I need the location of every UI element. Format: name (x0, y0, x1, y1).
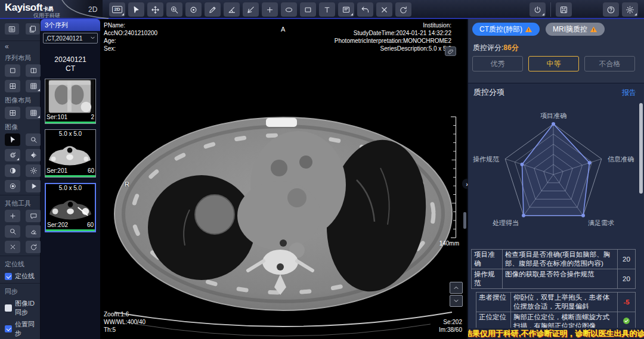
image-layout-2x2[interactable] (5, 107, 20, 119)
qc-tab-MRI脑质控[interactable]: MRI脑质控 (546, 23, 605, 36)
tool-delete[interactable] (376, 2, 392, 17)
warning-icon (590, 26, 597, 33)
image-rotate[interactable] (5, 149, 20, 161)
left-sidebar: « 序列布局图像布局图像其他工具 定位线定位线 同步图像ID同步位置同步手动同步… (0, 19, 41, 339)
image-invert[interactable] (5, 180, 20, 192)
thumbnail-progress-bar (46, 229, 95, 231)
qc-tab-CT质控(肺部)[interactable]: CT质控(肺部) (472, 23, 540, 36)
checkbox-row-图像ID同步: 图像ID同步 (5, 299, 40, 317)
series-layout-1x1[interactable] (5, 64, 20, 77)
grade-button-中等[interactable]: 中等 (528, 56, 579, 71)
link-series-button[interactable] (445, 46, 456, 56)
tool-save[interactable] (556, 2, 572, 17)
other-delete[interactable] (5, 241, 20, 253)
tool-angle[interactable] (224, 2, 240, 17)
report-panel-button[interactable] (26, 23, 40, 35)
sidebar-tool-grid (5, 107, 40, 119)
study-group-date: 20240121 (41, 55, 100, 64)
tool-help[interactable] (603, 2, 619, 17)
image-brightness[interactable] (26, 164, 41, 177)
series-thumbnail-Ser-101[interactable]: Ser:1012 (45, 79, 96, 124)
qc-radar-chart: 项目准确信息准确满足需求处理得当操作规范 (468, 106, 644, 244)
scroll-up-button[interactable] (450, 282, 463, 294)
tool-power[interactable] (530, 2, 546, 17)
tool-reset[interactable] (395, 2, 411, 17)
tool-measure-length[interactable] (205, 2, 221, 17)
qc-subtable: 患者摆位仰卧位，双臂上举抱头，患者体位摆放合适，无明显偏斜-5正位定位胸部正位定… (476, 292, 636, 328)
tool-ellipse-roi[interactable] (281, 2, 297, 17)
checkbox-位置同步[interactable] (5, 325, 12, 332)
tool-text-annotation[interactable] (319, 2, 335, 17)
ruler-scale-label: 140mm (439, 240, 459, 247)
other-reset[interactable] (26, 241, 41, 253)
series-thumbnail-Ser-201[interactable]: 5.0 x 5.0Ser:20160 (45, 129, 96, 178)
image-magnify[interactable] (26, 133, 41, 146)
other-comment[interactable] (26, 210, 41, 222)
checkbox-图像ID同步[interactable] (5, 304, 12, 312)
divider (0, 41, 40, 41)
image-scrollbar[interactable] (463, 212, 466, 229)
series-layout-2x2[interactable] (5, 80, 20, 92)
image-cursor[interactable] (5, 133, 20, 146)
tool-target[interactable] (185, 2, 202, 17)
qc-grade-buttons: 优秀中等不合格 (472, 56, 635, 71)
sidebar-section-label: 序列布局 (5, 54, 40, 63)
series-thumbnail-Ser-202[interactable]: 5.0 x 5.0Ser:20260 (45, 183, 96, 232)
tool-cursor[interactable] (128, 2, 144, 17)
tool-pan[interactable] (147, 2, 163, 17)
scroll-down-button[interactable] (450, 295, 463, 307)
tool-2d-label: 2D (112, 6, 122, 13)
locator-line-group: 定位线定位线 (0, 260, 40, 281)
qc-score-value: 86分 (503, 43, 518, 52)
tool-crosshair[interactable] (262, 2, 278, 17)
image-cine-play[interactable] (26, 180, 41, 192)
other-browse[interactable] (5, 225, 20, 238)
checkbox-label: 定位线 (15, 272, 35, 281)
other-crosshair[interactable] (5, 210, 20, 222)
image-contrast[interactable] (5, 164, 20, 177)
study-dropdown[interactable]: ,CT,20240121 (43, 33, 98, 43)
grade-button-不合格[interactable]: 不合格 (584, 56, 635, 71)
table-row: 患者摆位仰卧位，双臂上举抱头，患者体位摆放合适，无明显偏斜-5 (476, 293, 636, 312)
series-layout-1x2[interactable] (26, 64, 41, 77)
overlay-line: Se:202 (439, 318, 462, 326)
other-eraser[interactable] (26, 225, 41, 238)
table-row: 正位定位胸部正位定位，横断面螺旋方式扫描，有胸部正位定位图像 (476, 312, 636, 328)
image-flip[interactable] (26, 149, 41, 161)
overlay-line: Zoom:1.6 (104, 310, 145, 318)
sync-options-group: 同步图像ID同步位置同步手动同步缩放/平移窗宽窗位 (0, 287, 40, 339)
qc-tab-label: CT质控(肺部) (479, 24, 522, 35)
report-link[interactable]: 报告 (622, 88, 636, 98)
warning-icon (525, 26, 532, 33)
qc-panel-scrollbar[interactable] (639, 103, 643, 194)
tool-2d[interactable]: 2D (109, 2, 125, 17)
image-layout-grid[interactable] (26, 107, 41, 119)
row-name: 正位定位 (476, 312, 511, 328)
image-viewport[interactable]: PName:AccNO:2401210200Age:Sex: Institusi… (100, 19, 467, 339)
tool-settings[interactable] (622, 2, 638, 17)
tool-cobb-angle[interactable] (243, 2, 259, 17)
thumbnail-progress-bar (45, 175, 95, 177)
svg-text:信息准确: 信息准确 (608, 155, 634, 163)
checkbox-label: 位置同步 (15, 320, 40, 338)
tool-undo[interactable] (357, 2, 373, 17)
thumbnail-footer: Ser:1012 (45, 114, 95, 122)
thumbnail-image-count: 2 (91, 114, 94, 122)
grade-button-优秀[interactable]: 优秀 (472, 56, 523, 71)
divider (0, 195, 40, 195)
sidebar-section-label: 其他工具 (5, 199, 40, 208)
row-description: 检查项目是否准确(项目如脑部、胸部、腹部是否在标准的范围内容) (503, 250, 618, 269)
row-score: 20 (618, 269, 636, 289)
study-dropdown-value: ,CT,20240121 (45, 35, 82, 42)
checkbox-定位线[interactable] (5, 273, 12, 280)
series-list-button[interactable] (5, 23, 19, 35)
series-layout-grid[interactable] (26, 80, 41, 92)
pass-check-icon (623, 317, 630, 325)
sidebar-section-label: 图像布局 (5, 96, 40, 105)
thumbnail-footer: Ser:20260 (46, 222, 95, 229)
sidebar-section-label: 图像 (5, 123, 40, 132)
tool-annotate[interactable] (338, 2, 354, 17)
tool-rect-roi[interactable] (300, 2, 316, 17)
tool-zoom-in[interactable] (166, 2, 182, 17)
collapse-sidebar-chevron[interactable]: « (5, 43, 40, 50)
